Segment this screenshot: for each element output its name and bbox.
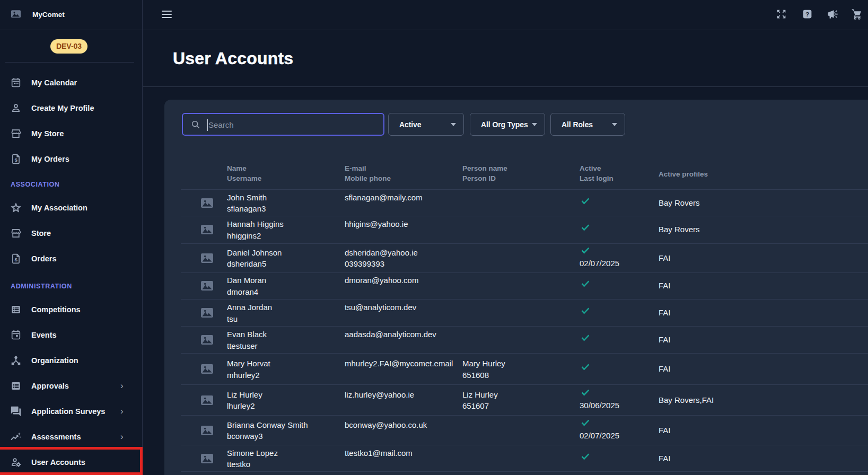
svg-text:$: $ bbox=[14, 157, 17, 163]
svg-text:?: ? bbox=[805, 11, 809, 18]
svg-text:$: $ bbox=[14, 257, 17, 262]
